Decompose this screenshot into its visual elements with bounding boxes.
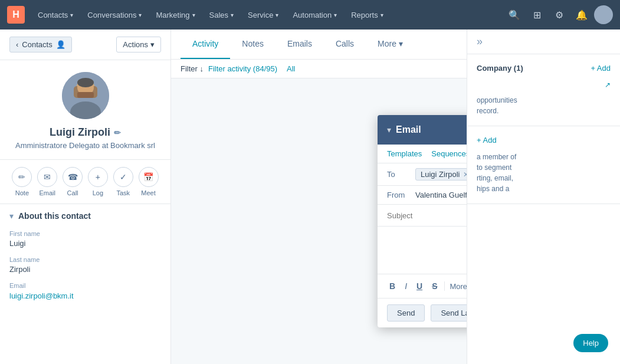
company-section: Company (1) + Add ↗ opportunities record… (467, 54, 620, 126)
hubspot-logo[interactable]: H (7, 6, 25, 24)
email-modal-toolbar: Templates Sequences Documents Meetings ▾… (378, 145, 467, 163)
tab-activity[interactable]: Activity (181, 29, 230, 59)
add-list-button[interactable]: + Add (477, 136, 497, 145)
svg-point-6 (77, 78, 94, 87)
templates-button[interactable]: Templates (387, 149, 422, 158)
back-to-contacts[interactable]: ‹ Contacts 👤 (9, 37, 72, 53)
svg-rect-7 (77, 92, 94, 98)
nav-marketing[interactable]: Marketing ▾ (150, 7, 201, 23)
more-format-button[interactable]: More ▾ (450, 282, 467, 291)
actions-button[interactable]: Actions ▾ (116, 37, 161, 53)
external-link-icon[interactable]: ↗ (477, 80, 611, 90)
filter-bar: Filter ↓ Filter activity (84/95) All (171, 60, 467, 78)
send-later-button[interactable]: Send Later (431, 304, 467, 322)
underline-button[interactable]: U (414, 280, 425, 292)
company-text-opportunities: opportunities (477, 95, 611, 106)
tab-calls[interactable]: Calls (324, 29, 366, 59)
chevron-down-icon: ▾ (275, 12, 278, 18)
action-meet[interactable]: 📅 Meet (139, 167, 159, 196)
action-task[interactable]: ✓ Task (113, 167, 133, 196)
first-name-field: First name Luigi (9, 230, 161, 248)
all-label[interactable]: All (287, 64, 295, 73)
send-button[interactable]: Send (387, 304, 425, 322)
sequences-button[interactable]: Sequences (431, 149, 467, 158)
tabs-bar: Activity Notes Emails Calls More ▾ (171, 29, 467, 60)
recipient-tag: Luigi Zirpoli ✕ (415, 168, 467, 181)
avatar[interactable] (594, 5, 613, 24)
nav-reports[interactable]: Reports ▾ (345, 7, 389, 23)
edit-icon[interactable]: ✏ (114, 128, 121, 137)
to-label: To (387, 170, 411, 179)
lists-text-4: hips and a (477, 183, 611, 194)
email-icon: ✉ (37, 167, 57, 187)
chevron-down-icon: ▾ (231, 12, 234, 18)
add-company-button[interactable]: + Add (591, 64, 611, 73)
person-icon: 👤 (56, 40, 65, 49)
chevron-left-icon: ‹ (16, 40, 18, 49)
action-call[interactable]: ☎ Call (63, 167, 83, 196)
email-from-field: From Valentina Guelfi (valentina.guelfi@… (378, 186, 467, 205)
email-to-field: To Luigi Zirpoli ✕ (378, 163, 467, 186)
task-icon: ✓ (113, 167, 133, 187)
log-icon: + (88, 167, 108, 187)
chevron-down-icon: ▾ (399, 39, 403, 48)
expand-icon[interactable]: » (477, 35, 483, 48)
chevron-down-icon: ▾ (9, 211, 14, 221)
chevron-down-icon: ▾ (70, 12, 73, 18)
subject-input[interactable] (387, 211, 467, 220)
chevron-down-icon: ▾ (139, 12, 142, 18)
nav-contacts[interactable]: Contacts ▾ (32, 7, 79, 23)
nav-service[interactable]: Service ▾ (242, 7, 284, 23)
contact-actions: ✏ Note ✉ Email ☎ Call + Log ✓ Task 📅 Mee… (0, 160, 170, 204)
email-modal-title: Email (396, 124, 421, 135)
company-text-record: record. (477, 106, 611, 116)
marketplace-icon[interactable]: ⊞ (527, 5, 547, 25)
right-sidebar: » Company (1) + Add ↗ opportunities reco… (467, 29, 620, 364)
filter-label: Filter ↓ (181, 64, 204, 73)
nav-sales[interactable]: Sales ▾ (204, 7, 240, 23)
chevron-down-icon: ▾ (150, 40, 155, 49)
email-modal-header: ▾ Email ⤢ ✕ (378, 115, 467, 145)
settings-icon[interactable]: ⚙ (549, 5, 569, 25)
italic-button[interactable]: I (402, 280, 409, 292)
lists-text-1: a member of (477, 152, 611, 162)
chevron-down-icon: ▾ (334, 12, 337, 18)
email-modal-title-row: ▾ Email (387, 124, 421, 135)
email-send-row: Send Send Later Create a task to follow … (378, 298, 467, 327)
tab-notes[interactable]: Notes (230, 29, 275, 59)
lists-section-header: + Add (477, 136, 611, 145)
email-body[interactable] (378, 227, 467, 274)
strikethrough-button[interactable]: S (429, 280, 439, 292)
about-header[interactable]: ▾ About this contact (9, 211, 161, 221)
action-email[interactable]: ✉ Email (37, 167, 57, 196)
email-modal: ▾ Email ⤢ ✕ Templates Sequences Document… (378, 115, 467, 327)
about-section: ▾ About this contact First name Luigi La… (0, 204, 170, 316)
right-sidebar-header: » (467, 29, 620, 54)
lists-text-3: rting, email, (477, 173, 611, 183)
tab-emails[interactable]: Emails (275, 29, 324, 59)
from-value: Valentina Guelfi (valentina.guelfi@bkm.i… (415, 191, 467, 199)
search-icon[interactable]: 🔍 (504, 5, 524, 25)
contact-name: Luigi Zirpoli ✏ (50, 126, 121, 139)
lists-text-2: to segment (477, 162, 611, 173)
contact-profile: Luigi Zirpoli ✏ Amministratore Delegato … (0, 60, 170, 160)
chevron-down-icon[interactable]: ▾ (387, 125, 391, 135)
left-sidebar: ‹ Contacts 👤 Actions ▾ (0, 29, 171, 364)
nav-conversations[interactable]: Conversations ▾ (81, 7, 147, 23)
nav-automation[interactable]: Automation ▾ (287, 7, 343, 23)
top-navigation: H Contacts ▾ Conversations ▾ Marketing ▾… (0, 0, 620, 29)
bold-button[interactable]: B (387, 280, 398, 292)
remove-recipient-button[interactable]: ✕ (463, 170, 467, 179)
chevron-down-icon: ▾ (192, 12, 195, 18)
action-log[interactable]: + Log (88, 167, 108, 196)
phone-icon: ☎ (63, 167, 83, 187)
email-subject-field[interactable] (378, 205, 467, 227)
action-note[interactable]: ✏ Note (12, 167, 32, 196)
notifications-icon[interactable]: 🔔 (572, 5, 592, 25)
company-section-title: Company (1) (477, 64, 523, 73)
tab-more[interactable]: More ▾ (366, 29, 415, 59)
meet-icon: 📅 (139, 167, 159, 187)
email-field: Email luigi.zirpoli@bkm.it (9, 282, 161, 300)
help-button[interactable]: Help (573, 334, 608, 352)
filter-activity-label[interactable]: Filter activity (84/95) (208, 64, 277, 73)
